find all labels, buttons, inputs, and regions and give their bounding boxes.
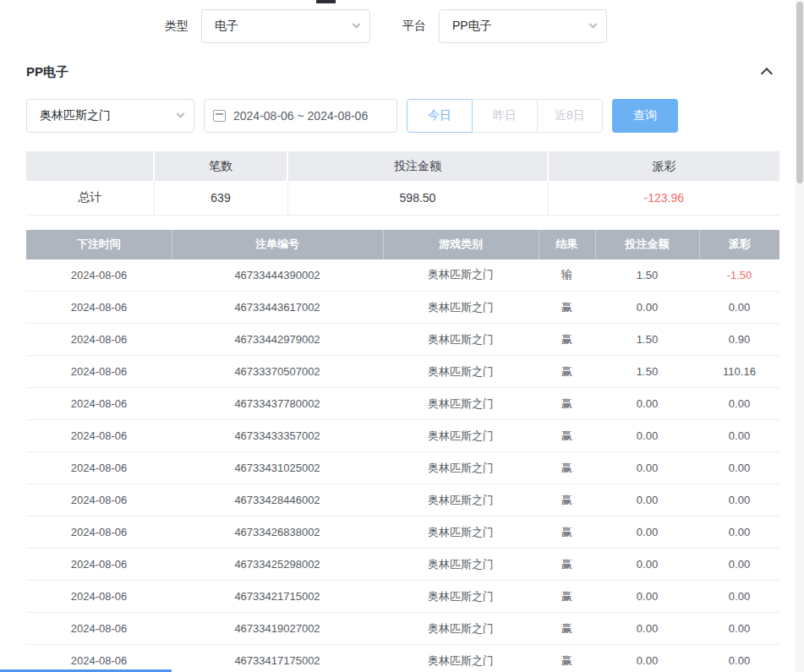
payout-cell: 0.00 (699, 292, 779, 324)
payout-cell: 0.00 (699, 452, 779, 484)
table-row: 2024-08-0646733442979002奥林匹斯之门赢1.500.90 (26, 324, 779, 356)
calendar-icon (213, 110, 226, 122)
bet-table-header-row: 下注时间 注单编号 游戏类别 结果 投注金额 派彩 (26, 230, 779, 260)
summary-bet-amount-value: 598.50 (287, 181, 548, 215)
order-id-cell: 46733443617002 (172, 292, 383, 324)
payout-cell: 0.00 (699, 484, 779, 516)
result-cell: 赢 (539, 516, 595, 549)
order-id-cell: 46733370507002 (172, 356, 383, 388)
table-row: 2024-08-0646733425298002奥林匹斯之门赢0.000.00 (26, 549, 779, 581)
order-id-cell: 46733433357002 (172, 420, 383, 452)
order-id-cell: 46733417175002 (172, 645, 383, 672)
summary-payout-value: -123.96 (548, 181, 779, 215)
bet-amount-cell: 1.50 (595, 356, 699, 388)
platform-select[interactable]: PP电子 (439, 9, 607, 43)
query-button[interactable]: 查询 (612, 99, 678, 133)
result-cell: 输 (539, 260, 595, 292)
vertical-scrollbar[interactable] (796, 0, 804, 672)
game-type-cell: 奥林匹斯之门 (383, 452, 539, 484)
payout-cell: 0.00 (699, 516, 779, 549)
bet-time-cell: 2024-08-06 (26, 581, 172, 613)
bet-time-cell: 2024-08-06 (26, 260, 172, 292)
result-cell: 赢 (539, 645, 595, 672)
result-cell: 赢 (539, 324, 595, 356)
table-row: 2024-08-0646733370507002奥林匹斯之门赢1.50110.1… (26, 356, 779, 388)
platform-select-value: PP电子 (452, 19, 492, 34)
vertical-scrollbar-thumb[interactable] (796, 2, 803, 183)
header-result: 结果 (539, 230, 595, 260)
game-type-cell: 奥林匹斯之门 (383, 324, 539, 356)
summary-count-value: 639 (154, 181, 287, 215)
summary-header-payout: 派彩 (548, 151, 779, 181)
collapse-chevron-up-icon[interactable] (761, 68, 773, 79)
result-cell: 赢 (539, 484, 595, 516)
order-id-cell: 46733428446002 (172, 484, 383, 516)
today-button[interactable]: 今日 (407, 99, 473, 133)
order-id-cell: 46733431025002 (172, 452, 383, 484)
summary-total-label: 总计 (26, 181, 154, 215)
table-row: 2024-08-0646733426838002奥林匹斯之门赢0.000.00 (26, 516, 779, 549)
result-cell: 赢 (539, 452, 595, 484)
type-select-value: 电子 (215, 19, 238, 34)
header-payout: 派彩 (699, 230, 779, 260)
summary-total-row: 总计 639 598.50 -123.96 (26, 181, 779, 215)
bet-time-cell: 2024-08-06 (26, 484, 172, 516)
game-type-cell: 奥林匹斯之门 (383, 613, 539, 645)
bet-amount-cell: 0.00 (595, 484, 699, 516)
table-row: 2024-08-0646733443617002奥林匹斯之门赢0.000.00 (26, 292, 779, 324)
summary-header-blank (26, 151, 154, 181)
bet-amount-cell: 0.00 (595, 516, 699, 549)
bet-amount-cell: 0.00 (595, 581, 699, 613)
bet-amount-cell: 1.50 (595, 260, 699, 292)
game-type-cell: 奥林匹斯之门 (383, 420, 539, 452)
result-cell: 赢 (539, 356, 595, 388)
date-range-picker[interactable]: 2024-08-06 ~ 2024-08-06 (204, 99, 397, 133)
order-id-cell: 46733421715002 (172, 581, 383, 613)
order-id-cell: 46733425298002 (172, 549, 383, 581)
table-row: 2024-08-0646733437780002奥林匹斯之门赢0.000.00 (26, 388, 779, 420)
bet-time-cell: 2024-08-06 (26, 452, 172, 484)
date-range-value: 2024-08-06 ~ 2024-08-06 (233, 109, 368, 123)
bet-time-cell: 2024-08-06 (26, 516, 172, 549)
payout-cell: 0.90 (699, 324, 779, 356)
table-row: 2024-08-0646733428446002奥林匹斯之门赢0.000.00 (26, 484, 779, 516)
filter-row: 奥林匹斯之门 2024-08-06 ~ 2024-08-06 今日 昨日 近8日… (26, 99, 804, 133)
section-header: PP电子 (26, 63, 779, 80)
result-cell: 赢 (539, 292, 595, 324)
game-type-cell: 奥林匹斯之门 (383, 516, 539, 549)
bet-amount-cell: 0.00 (595, 420, 699, 452)
summary-header-bet-amount: 投注金额 (287, 151, 548, 181)
summary-header-row: 笔数 投注金额 派彩 (26, 151, 779, 181)
result-cell: 赢 (539, 549, 595, 581)
bet-amount-cell: 0.00 (595, 292, 699, 324)
bet-time-cell: 2024-08-06 (26, 645, 172, 672)
type-select[interactable]: 电子 (201, 9, 370, 43)
header-game-type: 游戏类别 (383, 230, 539, 260)
game-type-cell: 奥林匹斯之门 (383, 549, 539, 581)
bet-time-cell: 2024-08-06 (26, 613, 172, 645)
payout-cell: 0.00 (699, 613, 779, 645)
bet-time-cell: 2024-08-06 (26, 324, 172, 356)
game-type-cell: 奥林匹斯之门 (383, 484, 539, 516)
type-label: 类型 (165, 19, 189, 34)
table-row: 2024-08-0646733417175002奥林匹斯之门赢0.000.00 (26, 645, 779, 672)
chevron-down-icon (177, 109, 185, 117)
topbar: 类型 电子 平台 PP电子 (165, 9, 804, 43)
order-id-cell: 46733419027002 (172, 613, 383, 645)
bet-amount-cell: 0.00 (595, 452, 699, 484)
game-select[interactable]: 奥林匹斯之门 (26, 99, 194, 133)
yesterday-button[interactable]: 昨日 (472, 99, 538, 133)
quick-range-button-group: 今日 昨日 近8日 (407, 99, 603, 133)
payout-cell: 0.00 (699, 645, 779, 672)
payout-cell: 0.00 (699, 581, 779, 613)
last-8-days-button[interactable]: 近8日 (537, 99, 603, 133)
table-row: 2024-08-0646733419027002奥林匹斯之门赢0.000.00 (26, 613, 779, 645)
result-cell: 赢 (539, 613, 595, 645)
page: 类型 电子 平台 PP电子 PP电子 奥林匹斯之门 2024-08-06 ~ 2… (0, 0, 804, 672)
header-bet-amount: 投注金额 (595, 230, 699, 260)
bet-amount-cell: 0.00 (595, 388, 699, 420)
order-id-cell: 46733426838002 (172, 516, 383, 549)
result-cell: 赢 (539, 581, 595, 613)
game-type-cell: 奥林匹斯之门 (383, 581, 539, 613)
table-row: 2024-08-0646733421715002奥林匹斯之门赢0.000.00 (26, 581, 779, 613)
